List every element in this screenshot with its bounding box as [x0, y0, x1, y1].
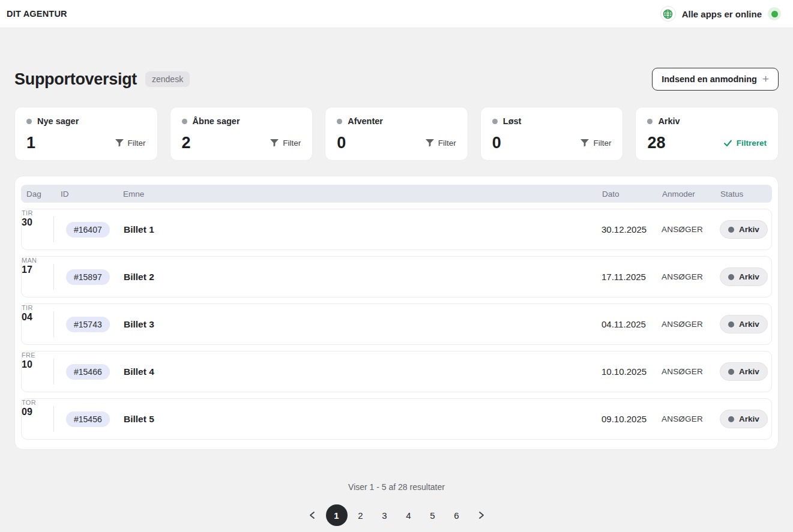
filter-label: Filter [128, 139, 146, 148]
status-badge: Arkiv [720, 220, 768, 239]
status-dot-icon [728, 227, 734, 233]
ticket-requester: ANSØGER [662, 367, 720, 376]
day-cell: TIR 04 [22, 304, 54, 344]
day-cell: FRE 10 [22, 351, 54, 392]
stat-label: Arkiv [658, 116, 680, 126]
filter-button[interactable]: Filter [115, 139, 146, 148]
stat-card-afventer: Afventer 0 Filter [325, 107, 468, 161]
stat-card-nye-sager: Nye sager 1 Filter [14, 107, 158, 161]
tickets-table: Dag ID Emne Dato Anmoder Status TIR 30 #… [14, 176, 779, 450]
results-count: Viser 1 - 5 af 28 resultater [14, 482, 779, 492]
status-badge: Arkiv [720, 315, 768, 333]
stat-label: Åbne sager [193, 116, 240, 126]
page-button-6[interactable]: 6 [446, 504, 468, 526]
submit-request-button[interactable]: Indsend en anmodning + [652, 68, 779, 91]
status-dot-icon [728, 369, 734, 375]
status-badge: Arkiv [720, 410, 768, 428]
filter-button[interactable]: Filter [270, 139, 301, 148]
stat-card-arkiv: Arkiv 28 Filtreret [635, 107, 779, 161]
status-label: Arkiv [739, 320, 759, 329]
day-number: 09 [22, 407, 54, 417]
day-name: TOR [22, 399, 54, 406]
page-button-5[interactable]: 5 [422, 504, 444, 526]
stat-value: 0 [337, 135, 346, 151]
column-header-id: ID [53, 190, 123, 199]
ticket-subject: Billet 2 [124, 272, 602, 282]
filter-button[interactable]: Filter [426, 139, 456, 148]
chevron-left-icon[interactable] [302, 504, 324, 526]
ticket-date: 17.11.2025 [602, 272, 662, 282]
page-button-4[interactable]: 4 [398, 504, 420, 526]
stat-value: 2 [182, 135, 191, 151]
apps-status: Alle apps er online [660, 6, 781, 22]
globe-icon [660, 6, 676, 22]
status-badge: Arkiv [720, 362, 768, 381]
filter-label: Filter [593, 139, 611, 148]
status-label: Arkiv [739, 414, 759, 423]
status-label: Arkiv [739, 367, 759, 376]
day-cell: TOR 09 [22, 399, 54, 439]
filter-label: Filter [438, 139, 456, 148]
ticket-subject: Billet 4 [124, 366, 602, 377]
stat-cards: Nye sager 1 Filter Åbne sager 2 Filter [14, 107, 779, 161]
table-header: Dag ID Emne Dato Anmoder Status [21, 185, 772, 203]
ticket-date: 30.12.2025 [602, 224, 662, 235]
plus-icon: + [762, 75, 769, 83]
stat-dot-icon [492, 119, 498, 124]
funnel-icon [270, 139, 279, 147]
table-row-ticket-15897[interactable]: MAN 17 #15897 Billet 2 17.11.2025 ANSØGE… [21, 256, 772, 297]
ticket-requester: ANSØGER [662, 414, 720, 423]
online-status-dot [768, 7, 781, 20]
ticket-subject: Billet 3 [124, 319, 602, 330]
filtered-label: Filtreret [737, 139, 767, 148]
brand: DIT AGENTUR [7, 9, 67, 19]
ticket-id-badge: #16407 [66, 222, 110, 238]
stat-value: 1 [26, 135, 35, 151]
status-dot-icon [728, 416, 734, 422]
day-number: 30 [22, 217, 54, 228]
stat-value: 0 [492, 135, 501, 151]
column-header-anmoder: Anmoder [662, 190, 720, 199]
title-row: Supportoversigt zendesk Indsend en anmod… [14, 68, 779, 91]
day-cell: TIR 30 [22, 209, 54, 250]
day-cell: MAN 17 [22, 257, 54, 297]
main-content: Supportoversigt zendesk Indsend en anmod… [0, 68, 793, 526]
page-title: Supportoversigt [14, 70, 137, 89]
column-header-emne: Emne [123, 190, 602, 199]
funnel-icon [426, 139, 434, 147]
page-button-2[interactable]: 2 [350, 504, 372, 526]
column-header-dag: Dag [21, 190, 53, 199]
ticket-requester: ANSØGER [662, 320, 720, 329]
table-row-ticket-16407[interactable]: TIR 30 #16407 Billet 1 30.12.2025 ANSØGE… [21, 209, 772, 250]
ticket-id-badge: #15897 [66, 269, 110, 285]
stat-label: Afventer [348, 116, 383, 126]
status-badge: Arkiv [720, 267, 768, 286]
page-button-3[interactable]: 3 [374, 504, 396, 526]
day-name: MAN [22, 257, 54, 264]
ticket-id-badge: #15743 [66, 317, 110, 332]
day-number: 17 [22, 265, 54, 275]
status-dot-icon [728, 321, 734, 327]
apps-status-text: Alle apps er online [682, 9, 762, 19]
ticket-id-badge: #15456 [66, 411, 110, 427]
filtered-indicator[interactable]: Filtreret [723, 139, 767, 148]
status-label: Arkiv [739, 225, 759, 234]
pagination: 1 2 3 4 5 6 [14, 504, 779, 526]
day-number: 04 [22, 312, 54, 323]
table-row-ticket-15456[interactable]: TOR 09 #15456 Billet 5 09.10.2025 ANSØGE… [21, 398, 772, 440]
page-button-1[interactable]: 1 [326, 504, 348, 526]
day-number: 10 [22, 359, 54, 370]
ticket-date: 09.10.2025 [602, 414, 662, 424]
funnel-icon [580, 139, 589, 147]
table-row-ticket-15743[interactable]: TIR 04 #15743 Billet 3 04.11.2025 ANSØGE… [21, 303, 772, 345]
stat-card-aabne-sager: Åbne sager 2 Filter [170, 107, 313, 161]
ticket-subject: Billet 1 [124, 224, 602, 235]
stat-card-loest: Løst 0 Filter [480, 107, 624, 161]
submit-request-label: Indsend en anmodning [662, 74, 757, 84]
filter-button[interactable]: Filter [580, 139, 611, 148]
ticket-requester: ANSØGER [662, 225, 720, 234]
stat-label: Nye sager [37, 116, 79, 126]
table-row-ticket-15466[interactable]: FRE 10 #15466 Billet 4 10.10.2025 ANSØGE… [21, 351, 772, 392]
chevron-right-icon[interactable] [470, 504, 492, 526]
status-label: Arkiv [739, 272, 759, 281]
